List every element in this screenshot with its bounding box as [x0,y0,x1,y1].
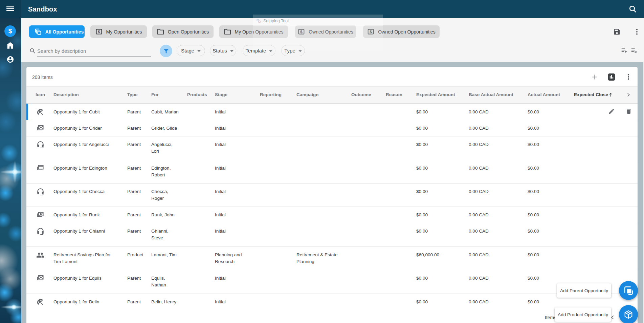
svg-text:$: $ [98,30,100,34]
